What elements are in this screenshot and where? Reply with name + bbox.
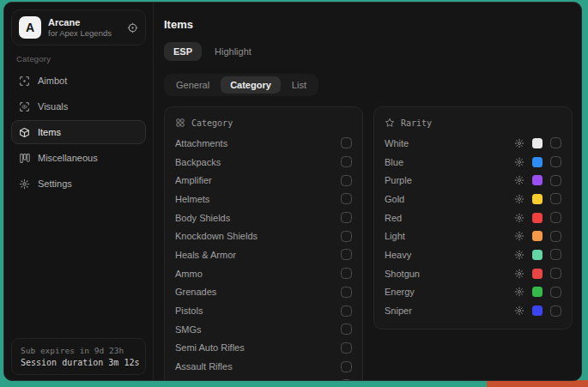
category-row-label: Heals & Armor: [175, 250, 236, 260]
brand-logo: A: [19, 16, 41, 39]
color-swatch[interactable]: [532, 250, 543, 260]
category-checkbox[interactable]: [341, 137, 352, 148]
category-checkbox[interactable]: [341, 268, 352, 279]
gear-icon[interactable]: [514, 194, 524, 204]
rarity-row-label: Blue: [385, 157, 403, 167]
category-checkbox[interactable]: [341, 156, 352, 167]
sidebar-item-settings[interactable]: Settings: [11, 172, 146, 196]
gear-icon[interactable]: [514, 231, 524, 241]
gear-icon[interactable]: [514, 157, 524, 167]
gear-icon[interactable]: [514, 287, 524, 297]
rarity-checkbox[interactable]: [550, 305, 561, 317]
category-checkbox[interactable]: [341, 212, 352, 223]
main-content: Items ESP Highlight General Category Lis…: [154, 3, 581, 380]
brand-subtitle: for Apex Legends: [48, 28, 120, 39]
rarity-checkbox[interactable]: [550, 249, 561, 260]
sidebar-nav: Aimbot Visuals Items Miscellaneous Setti…: [4, 69, 153, 196]
category-row-label: Assault Rifles: [175, 361, 233, 372]
tab-category[interactable]: Category: [221, 76, 281, 94]
rarity-row: Blue: [385, 153, 561, 172]
session-duration-text: Session duration 3m 12s: [21, 357, 136, 369]
rarity-panel-title: Rarity: [401, 118, 432, 128]
category-checkbox[interactable]: [341, 231, 352, 242]
color-swatch[interactable]: [532, 305, 543, 316]
color-swatch[interactable]: [532, 157, 543, 167]
category-checkbox[interactable]: [341, 324, 352, 335]
sidebar-section-label: Category: [16, 54, 141, 63]
color-swatch[interactable]: [532, 175, 543, 185]
rarity-row-label: Red: [385, 213, 402, 223]
rarity-row-label: Heavy: [385, 250, 411, 260]
color-swatch[interactable]: [532, 231, 543, 241]
sidebar-item-miscellaneous[interactable]: Miscellaneous: [11, 146, 146, 170]
rarity-row: Sniper: [385, 301, 561, 320]
tab-esp[interactable]: ESP: [164, 42, 202, 61]
rarity-checkbox[interactable]: [550, 156, 561, 167]
category-row: Grenades: [175, 283, 352, 302]
rarity-checkbox[interactable]: [550, 268, 561, 279]
rarity-checkbox[interactable]: [550, 193, 561, 204]
category-row: LMGs: [175, 376, 352, 380]
category-checkbox[interactable]: [341, 361, 352, 372]
gear-icon[interactable]: [514, 175, 524, 185]
category-panel-title: Category: [191, 118, 233, 128]
cube-icon: [19, 127, 30, 138]
category-row-label: Ammo: [175, 269, 203, 279]
category-row: SMGs: [175, 320, 352, 339]
category-row: Ammo: [175, 264, 352, 283]
category-row-label: Semi Auto Rifles: [175, 342, 245, 353]
tab-list[interactable]: List: [282, 76, 316, 94]
rarity-row-label: White: [385, 138, 409, 148]
app-window: A Arcane for Apex Legends Category Aimbo…: [3, 2, 582, 381]
rarity-checkbox[interactable]: [550, 231, 561, 242]
rarity-checkbox[interactable]: [550, 287, 561, 298]
sidebar-item-visuals[interactable]: Visuals: [11, 94, 146, 118]
rarity-panel: Rarity WhiteBluePurpleGoldRedLightHeavyS…: [373, 106, 573, 330]
category-checkbox[interactable]: [341, 193, 352, 204]
category-row-label: Grenades: [175, 287, 216, 297]
gear-icon[interactable]: [514, 305, 524, 316]
category-row-label: Amplifier: [175, 175, 212, 185]
sidebar: A Arcane for Apex Legends Category Aimbo…: [4, 3, 154, 380]
category-checkbox[interactable]: [341, 305, 352, 317]
tab-general[interactable]: General: [167, 76, 219, 94]
gear-icon[interactable]: [514, 138, 524, 148]
rarity-row-label: Gold: [385, 194, 404, 204]
category-row: Helmets: [175, 190, 352, 209]
category-checkbox[interactable]: [341, 175, 352, 186]
rarity-row: Heavy: [385, 245, 561, 264]
color-swatch[interactable]: [532, 213, 543, 223]
sidebar-item-label: Miscellaneous: [38, 153, 98, 163]
sidebar-item-items[interactable]: Items: [11, 120, 146, 144]
rarity-checkbox[interactable]: [550, 137, 561, 148]
color-swatch[interactable]: [532, 194, 543, 204]
tab-highlight[interactable]: Highlight: [205, 42, 261, 61]
category-row: Amplifier: [175, 171, 352, 190]
panels: Category AttachmentsBackpacksAmplifierHe…: [164, 106, 573, 380]
category-checkbox[interactable]: [341, 287, 352, 298]
category-checkbox[interactable]: [341, 342, 352, 354]
crosshair-icon: [19, 76, 30, 87]
category-checkbox[interactable]: [341, 249, 352, 260]
gear-icon[interactable]: [514, 250, 524, 260]
category-row-label: Body Shields: [175, 213, 230, 223]
category-checkbox[interactable]: [341, 379, 352, 380]
gear-icon[interactable]: [514, 213, 524, 223]
color-swatch[interactable]: [532, 287, 543, 297]
rarity-checkbox[interactable]: [550, 212, 561, 223]
target-icon[interactable]: [127, 22, 138, 33]
view-tabs: General Category List: [164, 74, 318, 96]
eye-scan-icon: [19, 101, 30, 112]
color-swatch[interactable]: [532, 138, 543, 148]
color-swatch[interactable]: [532, 269, 543, 279]
category-row: Assault Rifles: [175, 357, 352, 376]
gear-icon[interactable]: [514, 269, 524, 279]
category-row-label: Attachments: [175, 138, 227, 148]
category-row-label: SMGs: [175, 324, 202, 335]
category-row-label: Pistols: [175, 305, 203, 316]
desktop-wallpaper-accent: [487, 380, 588, 387]
sidebar-item-aimbot[interactable]: Aimbot: [11, 69, 146, 93]
rarity-checkbox[interactable]: [550, 175, 561, 186]
sidebar-item-label: Visuals: [38, 101, 68, 112]
category-row: Heals & Armor: [175, 245, 352, 264]
